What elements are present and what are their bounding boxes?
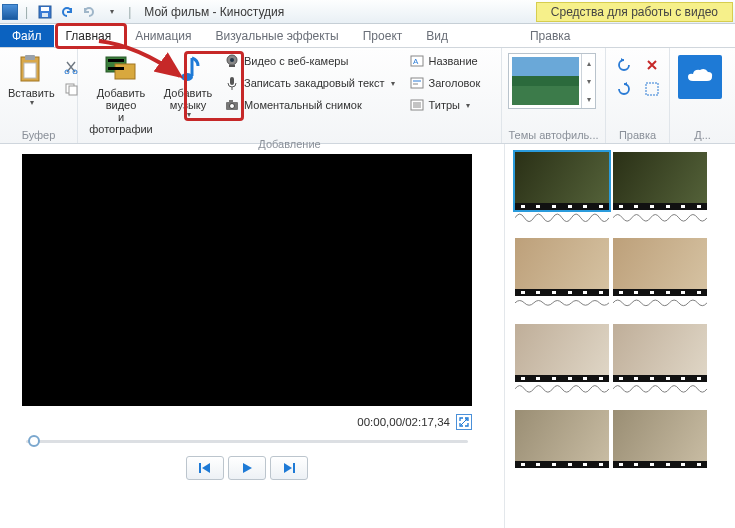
redo-icon bbox=[82, 5, 96, 19]
heading-button[interactable]: Заголовок bbox=[405, 73, 485, 93]
clip[interactable] bbox=[515, 324, 609, 382]
quick-access-toolbar: ▾ bbox=[35, 2, 121, 22]
group-label-themes: Темы автофиль... bbox=[502, 128, 605, 143]
add-music-label: Добавить музыку bbox=[164, 87, 213, 111]
add-media-icon bbox=[105, 53, 137, 85]
clip[interactable] bbox=[515, 152, 609, 210]
select-all-button[interactable] bbox=[642, 79, 662, 99]
group-label-buffer: Буфер bbox=[0, 128, 77, 143]
rotate-right-button[interactable] bbox=[614, 79, 634, 99]
clip-row bbox=[515, 410, 735, 468]
video-preview[interactable] bbox=[22, 154, 472, 406]
clip-row bbox=[515, 152, 735, 210]
tab-project[interactable]: Проект bbox=[351, 25, 415, 47]
undo-icon bbox=[60, 5, 74, 19]
add-media-button[interactable]: Добавить видео и фотографии bbox=[82, 51, 160, 137]
storyboard-pane[interactable] bbox=[504, 144, 735, 528]
svg-rect-34 bbox=[293, 463, 295, 473]
clip[interactable] bbox=[613, 238, 707, 296]
svg-rect-4 bbox=[25, 55, 35, 60]
qat-customize[interactable]: ▾ bbox=[101, 2, 121, 22]
snapshot-label: Моментальный снимок bbox=[244, 99, 362, 111]
cut-icon bbox=[64, 60, 78, 74]
svg-rect-2 bbox=[42, 13, 48, 17]
paste-button[interactable]: Вставить ▾ bbox=[4, 51, 59, 110]
tab-visual-effects[interactable]: Визуальные эффекты bbox=[204, 25, 351, 47]
rotate-left-icon bbox=[616, 57, 632, 73]
save-button[interactable] bbox=[35, 2, 55, 22]
onedrive-button[interactable] bbox=[678, 55, 722, 99]
heading-icon bbox=[409, 75, 425, 91]
voiceover-label: Записать закадровый текст bbox=[244, 77, 385, 89]
chevron-down-icon: ▾ bbox=[110, 7, 114, 16]
tab-view[interactable]: Вид bbox=[414, 25, 460, 47]
select-all-icon bbox=[645, 82, 659, 96]
redo-button[interactable] bbox=[79, 2, 99, 22]
window-title: Мой фильм - Киностудия bbox=[144, 5, 284, 19]
ribbon-group-buffer: Вставить ▾ Буфер bbox=[0, 48, 78, 143]
prev-frame-button[interactable] bbox=[186, 456, 224, 480]
title-label: Название bbox=[429, 55, 478, 67]
delete-button[interactable] bbox=[642, 55, 662, 75]
tab-file[interactable]: Файл bbox=[0, 25, 54, 47]
theme-thumb bbox=[512, 57, 579, 105]
play-button[interactable] bbox=[228, 456, 266, 480]
app-icon bbox=[2, 4, 18, 20]
chevron-down-icon: ▾ bbox=[187, 111, 191, 120]
snapshot-button[interactable]: Моментальный снимок bbox=[220, 95, 399, 115]
chevron-down-icon: ▾ bbox=[391, 79, 395, 88]
title-button[interactable]: AНазвание bbox=[405, 51, 485, 71]
fullscreen-icon bbox=[459, 417, 469, 427]
seek-slider[interactable] bbox=[22, 432, 472, 450]
webcam-button[interactable]: Видео с веб-камеры bbox=[220, 51, 399, 71]
clip[interactable] bbox=[613, 324, 707, 382]
undo-button[interactable] bbox=[57, 2, 77, 22]
gallery-scroll[interactable]: ▴▾▾ bbox=[581, 54, 595, 108]
clip[interactable] bbox=[515, 238, 609, 296]
svg-rect-22 bbox=[229, 100, 233, 103]
svg-rect-1 bbox=[41, 7, 49, 11]
svg-point-21 bbox=[230, 104, 235, 109]
rotate-left-button[interactable] bbox=[614, 55, 634, 75]
voiceover-button[interactable]: Записать закадровый текст▾ bbox=[220, 73, 399, 93]
slider-thumb[interactable] bbox=[28, 435, 40, 447]
credits-button[interactable]: Титры▾ bbox=[405, 95, 485, 115]
tab-home[interactable]: Главная bbox=[54, 25, 124, 47]
svg-rect-5 bbox=[24, 63, 36, 78]
ribbon-tabs: Файл Главная Анимация Визуальные эффекты… bbox=[0, 24, 735, 48]
cloud-icon bbox=[685, 67, 715, 87]
svg-rect-32 bbox=[646, 83, 658, 95]
add-media-label: Добавить видео и фотографии bbox=[86, 87, 156, 135]
clip[interactable] bbox=[613, 152, 707, 210]
tab-animation[interactable]: Анимация bbox=[123, 25, 203, 47]
ribbon-group-edit: Правка bbox=[606, 48, 670, 143]
themes-gallery[interactable]: ▴▾▾ bbox=[508, 53, 596, 109]
clip[interactable] bbox=[515, 410, 609, 468]
next-frame-button[interactable] bbox=[270, 456, 308, 480]
svg-rect-12 bbox=[108, 59, 124, 62]
group-label-share: Д... bbox=[670, 128, 735, 143]
slider-track bbox=[26, 440, 468, 443]
svg-rect-33 bbox=[199, 463, 201, 473]
separator: | bbox=[128, 5, 131, 19]
title-icon: A bbox=[409, 53, 425, 69]
work-area: 00:00,00/02:17,34 bbox=[0, 144, 735, 528]
preview-pane: 00:00,00/02:17,34 bbox=[0, 144, 504, 528]
next-icon bbox=[282, 462, 296, 474]
clip-row bbox=[515, 238, 735, 296]
fullscreen-button[interactable] bbox=[456, 414, 472, 430]
title-bar: | ▾ | Мой фильм - Киностудия Средства дл… bbox=[0, 0, 735, 24]
prev-icon bbox=[198, 462, 212, 474]
play-icon bbox=[241, 462, 253, 474]
tab-edit[interactable]: Правка bbox=[518, 25, 583, 47]
microphone-icon bbox=[224, 75, 240, 91]
group-label-add: Добавление bbox=[78, 137, 501, 152]
add-music-button[interactable]: Добавить музыку▾ bbox=[160, 51, 216, 122]
svg-rect-17 bbox=[229, 65, 235, 67]
svg-rect-13 bbox=[108, 67, 124, 70]
credits-label: Титры bbox=[429, 99, 460, 111]
svg-rect-18 bbox=[230, 77, 234, 85]
copy-icon bbox=[64, 82, 78, 96]
credits-icon bbox=[409, 97, 425, 113]
clip[interactable] bbox=[613, 410, 707, 468]
